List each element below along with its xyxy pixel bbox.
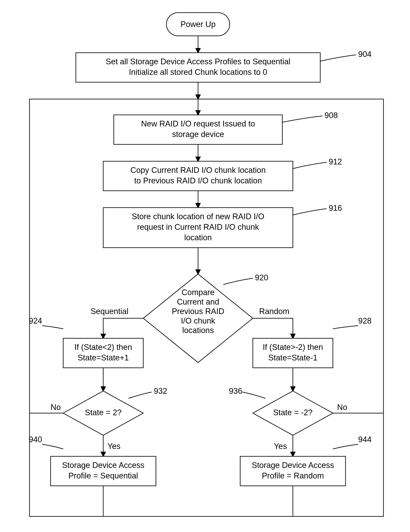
n940-l2: Profile = Sequential [68, 471, 138, 480]
n932-yes: Yes [107, 442, 121, 451]
n920-l2: Current and [177, 297, 219, 306]
n904-l2: Initialize all stored Chunk locations to… [129, 68, 267, 76]
ref-940: 940 [29, 435, 42, 444]
n928-l2: State=State-1 [268, 353, 317, 362]
ref-932: 932 [154, 387, 167, 395]
n932-l1: State = 2? [85, 408, 121, 417]
n920-left: Sequential [91, 307, 129, 316]
n912-l2: to Previous RAID I/O chunk location [134, 176, 262, 185]
n932-no: No [51, 403, 61, 412]
ref-928: 928 [358, 316, 372, 325]
n944-l2: Profile = Random [262, 471, 324, 480]
n936-no: No [337, 403, 347, 412]
ref-936: 936 [229, 387, 242, 395]
n916-l1: Store chunk location of new RAID I/O [132, 212, 264, 221]
n920-l5: locations [182, 326, 214, 335]
n936-l1: State = -2? [273, 408, 313, 417]
n928-l1: If (State>-2) then [263, 343, 323, 352]
n936-yes: Yes [274, 442, 287, 451]
n908-l2: storage device [172, 130, 224, 139]
n916-l2: request in Current RAID I/O chunk [137, 223, 259, 231]
n920-right: Random [259, 307, 289, 316]
ref-924: 924 [29, 316, 42, 325]
n908-l1: New RAID I/O request Issued to [141, 119, 255, 128]
ref-944: 944 [358, 435, 372, 444]
n940-l1: Storage Device Access [62, 461, 145, 470]
n944-l1: Storage Device Access [252, 461, 334, 470]
ref-916: 916 [329, 204, 342, 212]
ref-908: 908 [325, 111, 338, 120]
n912-l1: Copy Current RAID I/O chunk location [130, 166, 266, 174]
n924-l2: State=State+1 [78, 353, 129, 362]
n920-l4: I/O chunk [181, 316, 215, 325]
n916-l3: location [184, 233, 212, 242]
ref-912: 912 [329, 157, 342, 166]
n920-l1: Compare [182, 288, 214, 297]
ref-920: 920 [255, 273, 268, 282]
ref-904: 904 [358, 50, 372, 59]
n920-l3: Previous RAID [172, 307, 224, 316]
n924-l1: If (State<2) then [74, 343, 132, 352]
start-label: Power Up [181, 20, 216, 29]
n904-l1: Set all Storage Device Access Profiles t… [106, 57, 290, 66]
